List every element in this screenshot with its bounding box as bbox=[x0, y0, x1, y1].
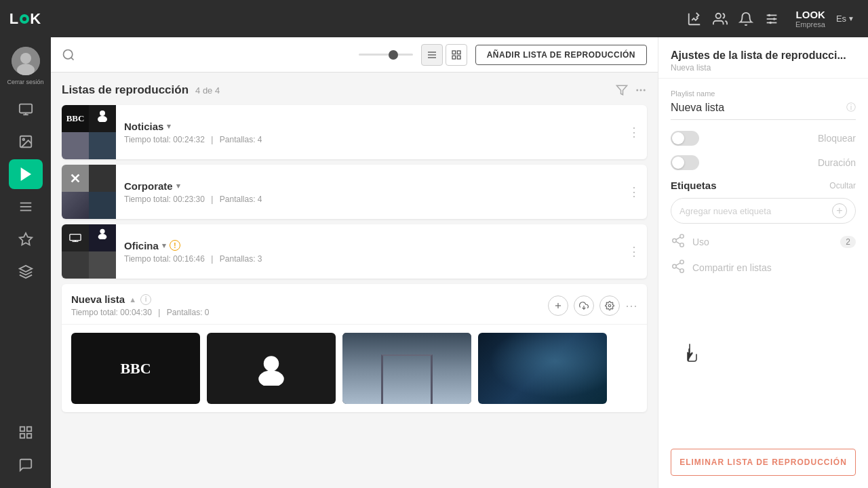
section-actions[interactable] bbox=[616, 84, 647, 96]
toolbar: AÑADIR LISTA DE REPRODUCCIÓN bbox=[51, 37, 658, 73]
sidebar-item-list[interactable] bbox=[9, 192, 43, 222]
sidebar-item-image[interactable] bbox=[9, 127, 43, 157]
sidebar-item-comment[interactable] bbox=[9, 450, 43, 480]
sidebar-bottom bbox=[9, 418, 43, 488]
main-wrapper: LOOK Empresa Es ▼ bbox=[51, 0, 868, 488]
svg-marker-13 bbox=[19, 266, 31, 272]
svg-rect-16 bbox=[26, 434, 31, 438]
right-panel-body: Playlist name Nueva lista ⓘ Bloquear Dur… bbox=[658, 79, 868, 449]
search-button[interactable] bbox=[62, 48, 75, 62]
svg-rect-33 bbox=[452, 56, 456, 59]
ocultar-link[interactable]: Ocultar bbox=[829, 181, 856, 190]
view-toggle bbox=[421, 44, 467, 66]
field-info-icon: ⓘ bbox=[846, 102, 856, 114]
thumb-dark2 bbox=[89, 132, 116, 159]
corporate-thumbs bbox=[62, 165, 116, 219]
svg-point-59 bbox=[673, 264, 677, 268]
uso-row[interactable]: Uso 2 bbox=[671, 233, 856, 251]
chevron-icon2: ▾ bbox=[176, 182, 180, 190]
uso-label: Uso bbox=[692, 237, 833, 247]
svg-rect-15 bbox=[26, 427, 31, 431]
playlist-name-field[interactable]: Nueva lista ⓘ bbox=[671, 102, 856, 120]
section-title: Listas de reproducción bbox=[62, 83, 189, 97]
playlist-item-oficina[interactable]: Oficina ▾ ! Tiempo total: 00:16:46 | Pan… bbox=[62, 224, 647, 279]
users-icon[interactable] bbox=[713, 12, 728, 26]
playlist-list: Listas de reproducción 4 de 4 BBC bbox=[51, 73, 658, 488]
duracion-toggle-row: Duración bbox=[671, 155, 856, 170]
info-icon-nueva: i bbox=[140, 294, 151, 305]
right-panel-header: Ajustes de la lista de reproducci... Nue… bbox=[658, 37, 868, 79]
playlist-item-noticias[interactable]: BBC Noticias ▾ Tiempo total: 0 bbox=[62, 105, 647, 159]
corporate-more-button[interactable]: ⋮ bbox=[628, 184, 640, 199]
thumb-person1 bbox=[89, 105, 116, 132]
svg-point-36 bbox=[640, 89, 642, 91]
list-view-button[interactable] bbox=[421, 44, 443, 66]
svg-rect-14 bbox=[20, 427, 24, 431]
playlist-name-label: Playlist name bbox=[671, 89, 856, 98]
sidebar-item-playlist[interactable] bbox=[9, 159, 43, 189]
delete-playlist-button[interactable]: ELIMINAR LISTA DE REPRODUCCIÓN bbox=[671, 449, 856, 476]
etiqueta-add-button[interactable]: + bbox=[832, 203, 847, 218]
grid-view-button[interactable] bbox=[446, 44, 467, 66]
uso-icon bbox=[671, 233, 686, 251]
duracion-toggle[interactable] bbox=[671, 155, 699, 170]
import-button[interactable] bbox=[574, 296, 594, 316]
etiqueta-input[interactable]: Agregar nueva etiqueta + bbox=[671, 198, 856, 224]
oficina-more-button[interactable]: ⋮ bbox=[628, 244, 640, 259]
logo: LK bbox=[0, 0, 51, 37]
bell-icon[interactable] bbox=[738, 12, 753, 26]
add-playlist-button[interactable]: AÑADIR LISTA DE REPRODUCCIÓN bbox=[475, 45, 647, 65]
noticias-name: Noticias ▾ bbox=[124, 121, 620, 132]
svg-rect-17 bbox=[20, 434, 24, 438]
language-selector[interactable]: Es ▼ bbox=[836, 14, 854, 24]
etiqueta-placeholder: Agregar nueva etiqueta bbox=[679, 206, 771, 216]
sidebar-nav bbox=[0, 91, 51, 418]
thumb-screen bbox=[62, 224, 89, 251]
svg-line-62 bbox=[676, 263, 680, 266]
svg-point-39 bbox=[98, 116, 107, 122]
info-icon-oficina: ! bbox=[170, 240, 180, 251]
svg-line-56 bbox=[676, 241, 680, 244]
bloquear-toggle[interactable] bbox=[671, 131, 699, 146]
svg-point-45 bbox=[100, 229, 104, 234]
user-avatar[interactable]: Cerrar sesión bbox=[0, 37, 51, 91]
thumb-bridge-large bbox=[342, 333, 471, 404]
nueva-lista-header: Nueva lista ▲ i Tiempo total: 00:04:30 |… bbox=[62, 284, 647, 325]
svg-line-57 bbox=[676, 237, 680, 240]
playlist-item-corporate[interactable]: Corporate ▾ Tiempo total: 00:23:30 | Pan… bbox=[62, 165, 647, 219]
analytics-icon[interactable] bbox=[687, 12, 702, 26]
size-slider[interactable] bbox=[359, 54, 413, 56]
noticias-more-button[interactable]: ⋮ bbox=[628, 125, 640, 140]
right-panel-subtitle: Nueva lista bbox=[671, 63, 856, 73]
thumb-empty1 bbox=[62, 251, 89, 279]
svg-rect-30 bbox=[452, 51, 456, 54]
corporate-info: Corporate ▾ Tiempo total: 00:23:30 | Pan… bbox=[116, 180, 628, 204]
brand-empresa: Empresa bbox=[795, 20, 825, 28]
nueva-thumbnails: BBC bbox=[62, 325, 647, 412]
add-content-button[interactable] bbox=[548, 296, 568, 316]
compartir-label: Compartir en listas bbox=[692, 262, 772, 273]
compartir-row[interactable]: Compartir en listas bbox=[671, 259, 856, 277]
sidebar-item-grid[interactable] bbox=[9, 418, 43, 447]
oficina-info: Oficina ▾ ! Tiempo total: 00:16:46 | Pan… bbox=[116, 240, 628, 264]
settings-icon[interactable] bbox=[764, 12, 779, 26]
svg-rect-3 bbox=[19, 104, 31, 113]
header: LOOK Empresa Es ▼ bbox=[51, 0, 868, 37]
sidebar-item-layers[interactable] bbox=[9, 257, 43, 287]
nueva-more-button[interactable]: ⋯ bbox=[625, 298, 637, 313]
sidebar-item-star[interactable] bbox=[9, 224, 43, 254]
section-count: 4 de 4 bbox=[195, 85, 220, 96]
thumb-snake-large bbox=[478, 333, 607, 404]
content-area: AÑADIR LISTA DE REPRODUCCIÓN Listas de r… bbox=[51, 37, 868, 488]
thumb-dark5 bbox=[89, 224, 116, 251]
thumb-dark3 bbox=[89, 165, 116, 192]
svg-marker-8 bbox=[21, 169, 30, 180]
right-panel: Ajustes de la lista de reproducci... Nue… bbox=[658, 37, 868, 488]
sidebar-item-screen[interactable] bbox=[9, 94, 43, 124]
svg-line-26 bbox=[71, 57, 74, 60]
noticias-thumbs: BBC bbox=[62, 105, 116, 159]
svg-point-60 bbox=[680, 269, 684, 273]
thumb-bbc: BBC bbox=[62, 105, 89, 132]
chevron-icon: ▾ bbox=[167, 122, 171, 131]
gear-button[interactable] bbox=[599, 296, 620, 316]
